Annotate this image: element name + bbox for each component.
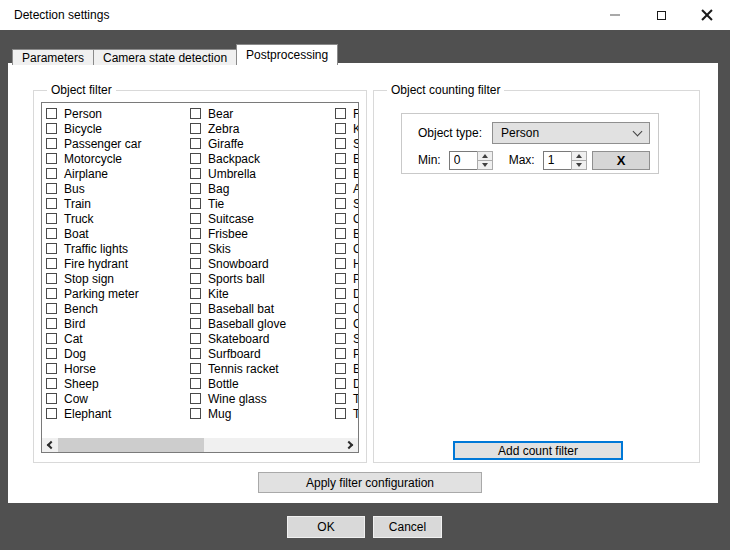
checkbox-unchecked-icon[interactable] [46, 228, 57, 239]
object-filter-item[interactable]: Bear [190, 106, 335, 121]
tab-parameters[interactable]: Parameters [12, 49, 94, 65]
checkbox-unchecked-icon[interactable] [335, 213, 346, 224]
checkbox-unchecked-icon[interactable] [46, 273, 57, 284]
checkbox-unchecked-icon[interactable] [335, 153, 346, 164]
object-filter-item[interactable]: Tie [190, 196, 335, 211]
checkbox-unchecked-icon[interactable] [190, 333, 201, 344]
object-filter-item[interactable]: Bird [46, 316, 191, 331]
object-filter-item[interactable]: Potted plant [335, 346, 358, 361]
scrollbar-track[interactable] [57, 438, 343, 452]
checkbox-unchecked-icon[interactable] [190, 198, 201, 209]
checkbox-unchecked-icon[interactable] [335, 303, 346, 314]
checkbox-unchecked-icon[interactable] [46, 348, 57, 359]
object-filter-item[interactable]: Baseball bat [190, 301, 335, 316]
checkbox-unchecked-icon[interactable] [46, 183, 57, 194]
checkbox-unchecked-icon[interactable] [46, 378, 57, 389]
object-filter-item[interactable]: Cow [46, 391, 191, 406]
checkbox-unchecked-icon[interactable] [190, 348, 201, 359]
object-filter-item[interactable]: Bowl [335, 151, 358, 166]
checkbox-unchecked-icon[interactable] [190, 138, 201, 149]
checkbox-unchecked-icon[interactable] [190, 213, 201, 224]
object-filter-item[interactable]: Skis [190, 241, 335, 256]
ok-button[interactable]: OK [287, 516, 365, 538]
checkbox-unchecked-icon[interactable] [46, 318, 57, 329]
object-filter-item[interactable]: Airplane [46, 166, 191, 181]
object-filter-item[interactable]: Umbrella [190, 166, 335, 181]
checkbox-unchecked-icon[interactable] [46, 258, 57, 269]
checkbox-unchecked-icon[interactable] [190, 408, 201, 419]
checkbox-unchecked-icon[interactable] [335, 108, 346, 119]
checkbox-unchecked-icon[interactable] [190, 123, 201, 134]
object-filter-item[interactable]: Dining table [335, 376, 358, 391]
tab-camera-state-detection[interactable]: Camera state detection [93, 49, 237, 65]
min-value-input[interactable] [449, 151, 477, 170]
object-filter-item[interactable]: Elephant [46, 406, 191, 421]
object-filter-item[interactable]: Toilet [335, 391, 358, 406]
object-filter-item[interactable]: Wine glass [190, 391, 335, 406]
checkbox-unchecked-icon[interactable] [46, 108, 57, 119]
min-spin-up-button[interactable] [478, 152, 492, 160]
checkbox-unchecked-icon[interactable] [335, 408, 346, 419]
object-filter-item[interactable]: Frisbee [190, 226, 335, 241]
checkbox-unchecked-icon[interactable] [190, 153, 201, 164]
minimize-button[interactable] [592, 0, 638, 30]
object-filter-item[interactable]: Bicycle [46, 121, 191, 136]
checkbox-unchecked-icon[interactable] [335, 198, 346, 209]
checkbox-unchecked-icon[interactable] [46, 168, 57, 179]
checkbox-unchecked-icon[interactable] [190, 183, 201, 194]
object-filter-item[interactable]: Passenger car [46, 136, 191, 151]
checkbox-unchecked-icon[interactable] [190, 378, 201, 389]
checkbox-unchecked-icon[interactable] [190, 303, 201, 314]
object-filter-item[interactable]: Mug [190, 406, 335, 421]
object-filter-item[interactable]: Knife [335, 121, 358, 136]
object-filter-list[interactable]: PersonBicyclePassenger carMotorcycleAirp… [41, 102, 359, 453]
object-filter-item[interactable]: Sports ball [190, 271, 335, 286]
maximize-button[interactable] [638, 0, 684, 30]
object-filter-item[interactable]: Train [46, 196, 191, 211]
object-filter-item[interactable]: Cat [46, 331, 191, 346]
object-filter-item[interactable]: Giraffe [190, 136, 335, 151]
max-value-input[interactable] [543, 151, 571, 170]
apply-filter-configuration-button[interactable]: Apply filter configuration [258, 472, 482, 493]
object-filter-item[interactable]: Bench [46, 301, 191, 316]
object-filter-item[interactable]: Zebra [190, 121, 335, 136]
checkbox-unchecked-icon[interactable] [335, 228, 346, 239]
object-filter-item[interactable]: Stop sign [46, 271, 191, 286]
checkbox-unchecked-icon[interactable] [190, 318, 201, 329]
checkbox-unchecked-icon[interactable] [46, 123, 57, 134]
checkbox-unchecked-icon[interactable] [335, 318, 346, 329]
checkbox-unchecked-icon[interactable] [46, 363, 57, 374]
checkbox-unchecked-icon[interactable] [46, 393, 57, 404]
object-filter-item[interactable]: Cake [335, 301, 358, 316]
checkbox-unchecked-icon[interactable] [190, 168, 201, 179]
close-button[interactable] [684, 0, 730, 30]
checkbox-unchecked-icon[interactable] [190, 243, 201, 254]
horizontal-scrollbar[interactable] [42, 438, 358, 452]
checkbox-unchecked-icon[interactable] [190, 108, 201, 119]
object-filter-item[interactable]: Fire hydrant [46, 256, 191, 271]
object-filter-item[interactable]: Person [46, 106, 191, 121]
object-filter-item[interactable]: Sandwich [335, 196, 358, 211]
scrollbar-thumb[interactable] [58, 438, 204, 452]
object-filter-item[interactable]: Bag [190, 181, 335, 196]
scroll-left-button[interactable] [42, 438, 57, 452]
object-filter-item[interactable]: Tennis racket [190, 361, 335, 376]
checkbox-unchecked-icon[interactable] [46, 243, 57, 254]
object-filter-item[interactable]: Bus [46, 181, 191, 196]
object-filter-item[interactable]: TV [335, 406, 358, 421]
object-filter-item[interactable]: Carrot [335, 241, 358, 256]
checkbox-unchecked-icon[interactable] [46, 288, 57, 299]
object-filter-item[interactable]: Bed [335, 361, 358, 376]
checkbox-unchecked-icon[interactable] [335, 183, 346, 194]
checkbox-unchecked-icon[interactable] [46, 303, 57, 314]
checkbox-unchecked-icon[interactable] [335, 378, 346, 389]
object-filter-item[interactable]: Boat [46, 226, 191, 241]
object-filter-item[interactable]: Skateboard [190, 331, 335, 346]
checkbox-unchecked-icon[interactable] [335, 243, 346, 254]
object-filter-item[interactable]: Fork [335, 106, 358, 121]
checkbox-unchecked-icon[interactable] [190, 288, 201, 299]
checkbox-unchecked-icon[interactable] [46, 198, 57, 209]
object-filter-item[interactable]: Spoon [335, 136, 358, 151]
object-filter-item[interactable]: Traffic lights [46, 241, 191, 256]
object-filter-item[interactable]: Pizza [335, 271, 358, 286]
